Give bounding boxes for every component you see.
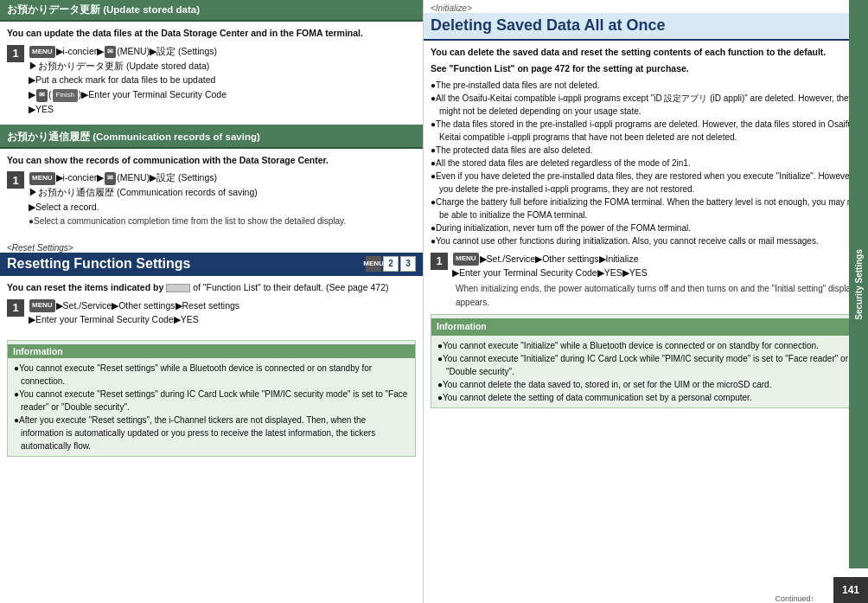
right-bullet-5: ●Even if you have deleted the pre-instal… [431, 170, 861, 196]
update-section-header: お預かりデータ更新 (Update stored data) [0, 0, 423, 22]
reset-content: You can reset the items indicated by of … [0, 276, 423, 335]
check-icon: ✉ [36, 89, 48, 102]
page-number: 141 [833, 577, 868, 603]
right-bullet-4: ●All the stored data files are deleted r… [431, 157, 861, 170]
right-tag: <Initialize> [424, 0, 868, 13]
step-line-4: ▶✉(Finish)▶Enter your Terminal Security … [29, 87, 416, 102]
left-panel: お預かりデータ更新 (Update stored data) You can u… [0, 0, 424, 603]
step-line-3: ▶Put a check mark for data files to be u… [29, 73, 416, 87]
comm-step-content: MENU▶i-concier▶✉(MENU)▶設定 (Settings) ▶お預… [29, 170, 416, 228]
reset-header: Resetting Function Settings MENU 2 3 [0, 253, 423, 276]
right-step-line-2: ▶Enter your Terminal Security Code▶YES▶Y… [452, 266, 861, 280]
right-bullets: ●The pre-installed data files are not de… [431, 79, 861, 247]
comm-line-1: MENU▶i-concier▶✉(MENU)▶設定 (Settings) [29, 170, 416, 185]
step-number: 1 [7, 45, 24, 62]
right-info-line-2: ●You cannot delete the data saved to, st… [437, 378, 854, 391]
finish-button-label: Finish [53, 89, 78, 102]
right-panel: <Initialize> Deleting Saved Data All at … [424, 0, 868, 603]
info-line-1: ●You cannot execute "Reset settings" whi… [14, 362, 409, 388]
update-step-content: MENU▶i-concier▶✉(MENU)▶設定 (Settings) ▶お預… [29, 44, 416, 117]
comm-note: ●Select a communication completion time … [29, 215, 416, 228]
reset-title: Resetting Function Settings [7, 256, 190, 272]
comm-section: お預かり通信履歴 (Communication records of savin… [0, 125, 423, 236]
right-content: You can delete the saved data and reset … [424, 41, 868, 603]
right-step-content: MENU▶Set./Service▶Other settings▶Initial… [452, 252, 861, 311]
envelope-icon: ✉ [105, 46, 116, 59]
step-line-5: ▶YES [29, 102, 416, 117]
right-info-header: Information [431, 318, 860, 336]
menu-badge-menu: MENU [366, 256, 381, 272]
comm-section-content: You can show the records of communicatio… [0, 149, 423, 236]
right-info-line-3: ●You cannot delete the setting of data c… [437, 391, 854, 404]
reset-intro-bold: You can reset the items indicated by [7, 282, 163, 292]
right-title-block: <Initialize> Deleting Saved Data All at … [424, 0, 868, 41]
step-number-2: 1 [7, 171, 24, 189]
right-bullet-1: ●All the Osaifu-Keitai compatible i-αppl… [431, 92, 861, 118]
reset-intro: You can reset the items indicated by of … [7, 281, 416, 295]
menu-icon: MENU [29, 46, 55, 59]
right-info-line-1: ●You cannot execute "Initialize" during … [437, 352, 854, 378]
right-see-ref: See "Function List" on page 472 for the … [431, 62, 861, 76]
right-bullet-3: ●The protected data files are also delet… [431, 144, 861, 157]
update-intro: You can update the data files at the Dat… [7, 27, 416, 41]
menu-badge-3: 3 [400, 256, 416, 272]
comm-intro: You can show the records of communicatio… [7, 154, 416, 168]
info-line-3: ●After you execute "Reset settings", the… [14, 414, 409, 452]
comm-line-3: ▶Select a record. [29, 200, 416, 215]
reset-line-1: MENU▶Set./Service▶Other settings▶Reset s… [29, 298, 416, 313]
reset-step-1: 1 MENU▶Set./Service▶Other settings▶Reset… [7, 298, 416, 328]
menu-icon-3: MENU [29, 299, 55, 312]
reset-line-2: ▶Enter your Terminal Security Code▶YES [29, 312, 416, 327]
update-header-text: お預かりデータ更新 (Update stored data) [7, 4, 200, 15]
step-line-2: ▶お預かりデータ更新 (Update stored data) [29, 59, 416, 74]
reset-step-content: MENU▶Set./Service▶Other settings▶Reset s… [29, 298, 416, 328]
right-bullet-7: ●During initialization, never turn off t… [431, 221, 861, 234]
sidebar-label: Security Settings [854, 249, 864, 320]
step-line-1: MENU▶i-concier▶✉(MENU)▶設定 (Settings) [29, 44, 416, 59]
right-bullet-6: ●Charge the battery full before initiali… [431, 196, 861, 221]
left-info-box: Information ●You cannot execute "Reset s… [7, 340, 416, 457]
comm-line-2: ▶お預かり通信履歴 (Communication records of savi… [29, 185, 416, 200]
update-section-content: You can update the data files at the Dat… [0, 22, 423, 125]
envelope-icon-2: ✉ [105, 172, 116, 185]
comm-header-text: お預かり通信履歴 (Communication records of savin… [7, 132, 260, 142]
menu-badge-2: 2 [383, 256, 399, 272]
right-info-line-0: ●You cannot execute "Initialize" while a… [437, 339, 854, 352]
page-footer: Continued↑ 141 [424, 577, 868, 603]
right-step-line-1: MENU▶Set./Service▶Other settings▶Initial… [452, 252, 861, 266]
reset-intro-rest: of "Function List" to their default. (Se… [193, 282, 388, 292]
right-bullet-0: ●The pre-installed data files are not de… [431, 79, 861, 92]
continued-label: Continued↑ [775, 594, 814, 603]
right-intro: You can delete the saved data and reset … [431, 46, 861, 60]
info-line-2: ●You cannot execute "Reset settings" dur… [14, 388, 409, 414]
menu-icon-right: MENU [453, 253, 479, 266]
reset-tag: <Reset Settings> [0, 240, 423, 253]
highlight-box [166, 284, 190, 292]
step-number-3: 1 [7, 299, 24, 317]
comm-step-1: 1 MENU▶i-concier▶✉(MENU)▶設定 (Settings) ▶… [7, 170, 416, 228]
right-step-note: When initializing ends, the power automa… [452, 282, 861, 310]
right-info-box: Information ●You cannot execute "Initial… [431, 314, 861, 408]
right-bullet-8: ●You cannot use other functions during i… [431, 234, 861, 247]
menu-icon-2: MENU [29, 172, 55, 185]
info-box-header: Information [8, 344, 415, 358]
update-step-1: 1 MENU▶i-concier▶✉(MENU)▶設定 (Settings) ▶… [7, 44, 416, 117]
right-step-num: 1 [431, 253, 448, 270]
right-step-1: 1 MENU▶Set./Service▶Other settings▶Initi… [431, 252, 861, 311]
right-bullet-2: ●The data files stored in the pre-instal… [431, 118, 861, 144]
sidebar-strip: Security Settings [849, 0, 868, 568]
reset-section: <Reset Settings> Resetting Function Sett… [0, 240, 423, 335]
update-section: お預かりデータ更新 (Update stored data) You can u… [0, 0, 423, 125]
right-main-title: Deleting Saved Data All at Once [424, 13, 868, 41]
footer-content: Continued↑ [775, 594, 814, 603]
comm-section-header: お預かり通信履歴 (Communication records of savin… [0, 127, 423, 149]
menu-badges: MENU 2 3 [366, 256, 416, 272]
